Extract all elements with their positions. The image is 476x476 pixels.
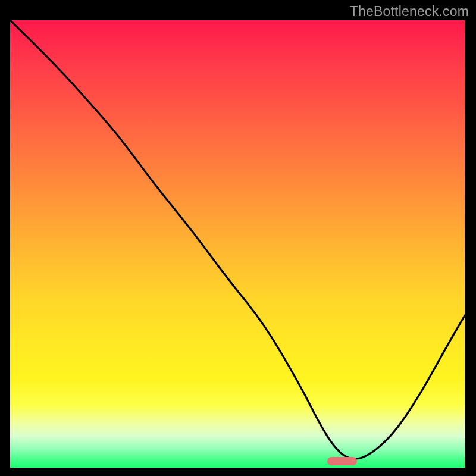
axis-top (8, 18, 466, 20)
axis-left (8, 18, 10, 469)
attribution-label: TheBottleneck.com (350, 4, 469, 20)
axis-bottom (8, 468, 466, 469)
bottleneck-curve (10, 20, 465, 468)
axis-right (465, 18, 466, 469)
chart-frame (8, 18, 466, 469)
plot-area (10, 20, 465, 468)
optimal-point-marker (327, 457, 357, 465)
